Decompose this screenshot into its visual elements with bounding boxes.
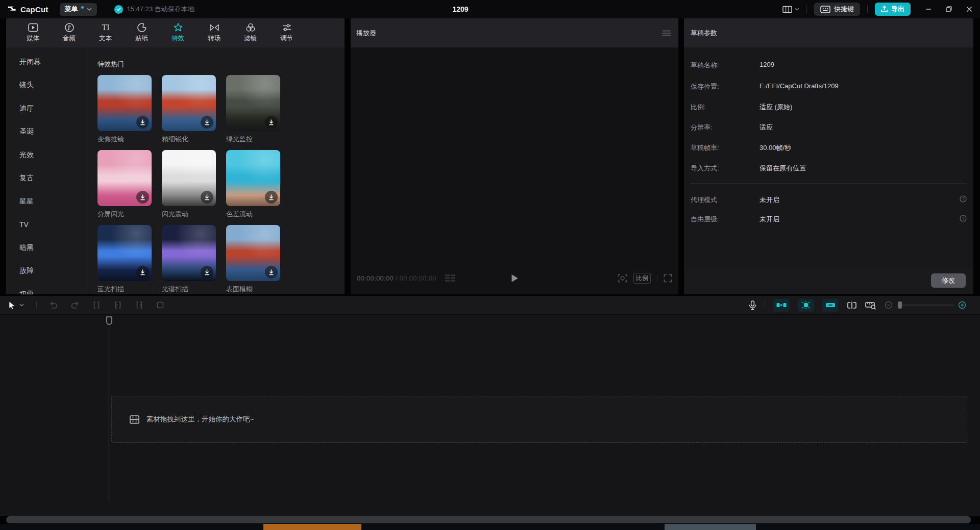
sidebar-category-2[interactable]: 镜头	[6, 74, 86, 97]
player-menu-icon[interactable]	[662, 30, 671, 36]
help-icon[interactable]: ?	[960, 215, 967, 224]
undo-button[interactable]	[49, 301, 58, 309]
zoom-in-button[interactable]	[958, 301, 966, 309]
effects-star-icon	[173, 22, 184, 33]
effect-card-8[interactable]: 光谱扫描	[162, 225, 216, 294]
delete-left-button[interactable]	[113, 301, 122, 309]
delete-right-button[interactable]	[135, 301, 144, 309]
effect-card-6[interactable]: 色差流动	[226, 150, 280, 219]
effect-thumbnail[interactable]	[162, 75, 216, 131]
ratio-button[interactable]: 比例	[633, 273, 651, 284]
fullscreen-icon[interactable]	[664, 274, 672, 283]
split-button[interactable]	[92, 301, 101, 309]
download-icon[interactable]	[201, 116, 213, 129]
play-icon	[511, 274, 519, 283]
frame-preview-icon[interactable]	[445, 274, 456, 282]
layout-icon	[782, 6, 792, 13]
effect-category-list: 开闭幕镜头迪厅圣诞光效复古星星TV暗黑故障扭曲	[6, 47, 86, 294]
select-tool-button[interactable]	[8, 301, 24, 310]
auto-snap-toggle[interactable]	[773, 299, 790, 312]
tab-audio[interactable]: 音频	[51, 18, 87, 43]
play-button[interactable]	[509, 273, 520, 283]
effect-card-1[interactable]: 变焦推镜	[97, 75, 152, 144]
asset-panel: 媒体 音频 TI 文本 贴纸 特效 转场	[6, 18, 345, 294]
tab-sticker[interactable]: 贴纸	[124, 18, 160, 43]
sidebar-category-6[interactable]: 复古	[6, 167, 86, 190]
tab-media[interactable]: 媒体	[15, 18, 51, 43]
effect-thumbnail[interactable]	[226, 150, 280, 206]
effect-thumbnail[interactable]	[226, 225, 280, 281]
sidebar-category-5[interactable]: 光效	[6, 143, 86, 167]
effects-section-title: 特效热门	[97, 60, 345, 69]
preview-axis-toggle[interactable]	[847, 301, 857, 309]
export-button[interactable]: 导出	[875, 3, 911, 16]
snapshot-icon[interactable]	[618, 274, 627, 283]
minimize-button[interactable]	[925, 6, 932, 13]
download-icon[interactable]	[136, 266, 149, 279]
delete-clip-button[interactable]	[156, 301, 164, 309]
effect-card-4[interactable]: 分屏闪光	[97, 150, 152, 219]
download-icon[interactable]	[201, 266, 213, 279]
sidebar-category-1[interactable]: 开闭幕	[6, 51, 86, 74]
effect-card-3[interactable]: 绿光监控	[226, 75, 280, 144]
timeline-scale-tool[interactable]	[865, 301, 876, 310]
zoom-slider-handle[interactable]	[898, 301, 902, 309]
preview-link-toggle[interactable]	[822, 299, 839, 312]
help-icon[interactable]: ?	[960, 195, 967, 205]
modify-button[interactable]: 修改	[931, 273, 966, 288]
sidebar-category-9[interactable]: 暗黑	[6, 236, 86, 260]
playhead-handle[interactable]	[106, 316, 113, 325]
param-row-2: 保存位置: E:/EFI/CapCut Drafts/1209 ?	[691, 82, 967, 91]
sidebar-category-10[interactable]: 故障	[6, 260, 86, 283]
download-icon[interactable]	[265, 266, 278, 279]
audio-icon	[64, 22, 75, 33]
menu-button[interactable]: 菜单	[60, 3, 97, 16]
download-icon[interactable]	[136, 191, 149, 204]
transition-icon	[209, 22, 220, 33]
tab-text[interactable]: TI 文本	[87, 18, 124, 43]
effect-thumbnail[interactable]	[226, 75, 280, 131]
tab-effects[interactable]: 特效	[160, 18, 196, 43]
shortcut-keys-button[interactable]: 快捷键	[814, 3, 860, 16]
effect-thumbnail[interactable]	[162, 225, 216, 281]
asset-tabbar: 媒体 音频 TI 文本 贴纸 特效 转场	[6, 18, 345, 47]
app-name: CapCut	[20, 5, 48, 14]
autosave-check-icon	[114, 5, 123, 14]
filmstrip-icon	[130, 415, 139, 424]
linkage-toggle[interactable]	[798, 299, 814, 312]
divider	[36, 301, 37, 309]
download-icon[interactable]	[201, 191, 213, 204]
effect-card-9[interactable]: 表面模糊	[226, 225, 280, 294]
effect-thumbnail[interactable]	[97, 150, 152, 206]
effect-thumbnail[interactable]	[97, 75, 152, 131]
effect-card-7[interactable]: 蓝光扫描	[97, 225, 152, 294]
download-icon[interactable]	[265, 116, 278, 129]
effect-thumbnail[interactable]	[97, 225, 152, 281]
sidebar-category-7[interactable]: 星星	[6, 190, 86, 213]
capcut-logo-icon	[7, 5, 17, 14]
effect-card-5[interactable]: 闪光震动	[162, 150, 216, 219]
sidebar-category-4[interactable]: 圣诞	[6, 120, 86, 144]
sidebar-category-3[interactable]: 迪厅	[6, 97, 86, 120]
restore-button[interactable]	[945, 6, 952, 13]
layout-switch-button[interactable]	[782, 6, 799, 13]
tab-transition[interactable]: 转场	[196, 18, 232, 43]
tab-adjust[interactable]: 调节	[268, 18, 305, 43]
zoom-out-button[interactable]	[885, 301, 893, 309]
zoom-slider-track[interactable]	[897, 305, 954, 306]
sidebar-category-8[interactable]: TV	[6, 213, 86, 237]
sidebar-category-11[interactable]: 扭曲	[6, 283, 86, 294]
timeline-drop-zone[interactable]: 素材拖拽到这里，开始你的大作吧~	[111, 396, 967, 443]
close-button[interactable]	[966, 6, 973, 13]
effect-thumbnail[interactable]	[162, 150, 216, 206]
redo-button[interactable]	[70, 301, 80, 309]
download-icon[interactable]	[136, 116, 149, 129]
shortcut-keys-label: 快捷键	[834, 5, 854, 14]
horizontal-scrollbar[interactable]	[6, 516, 971, 523]
download-icon[interactable]	[265, 191, 278, 204]
timecode-current: 00:00:00:00	[357, 274, 394, 282]
param-row-3: 比例: 适应 (原始) ?	[691, 103, 967, 112]
tab-filter[interactable]: 滤镜	[232, 18, 268, 43]
record-voiceover-button[interactable]	[749, 300, 756, 310]
effect-card-2[interactable]: 精细锐化	[162, 75, 216, 144]
